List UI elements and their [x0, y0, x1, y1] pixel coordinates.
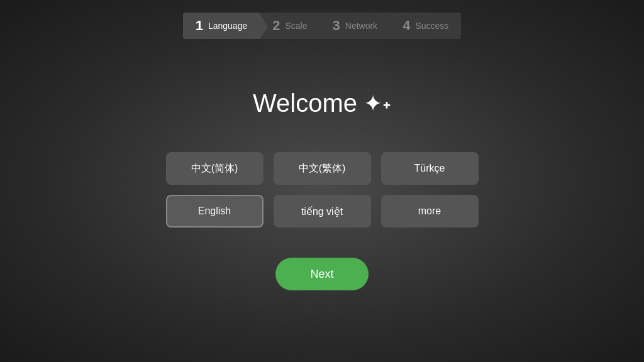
welcome-text: Welcome [253, 89, 357, 118]
step-scale: 2 Scale [260, 13, 319, 39]
step-language: 1 Language [183, 13, 260, 39]
step-4-number: 4 [402, 19, 410, 33]
step-3-number: 3 [333, 19, 340, 33]
lang-btn-en[interactable]: English [166, 195, 264, 228]
next-button[interactable]: Next [275, 258, 369, 290]
sparkle-icon: ✦˖ [364, 90, 391, 117]
lang-btn-tr[interactable]: Türkçe [381, 152, 479, 185]
step-1-number: 1 [196, 19, 203, 33]
step-2-label: Scale [285, 21, 307, 31]
step-4-label: Success [415, 21, 448, 31]
step-1-label: Language [208, 21, 247, 31]
welcome-title: Welcome ✦˖ [253, 89, 391, 118]
language-grid: 中文(简体) 中文(繁体) Türkçe English tiếng việt … [166, 152, 479, 228]
lang-btn-more[interactable]: more [381, 195, 479, 228]
step-3-label: Network [345, 21, 377, 31]
lang-btn-zh-hant[interactable]: 中文(繁体) [274, 152, 371, 185]
step-success: 4 Success [390, 13, 461, 39]
step-network: 3 Network [320, 13, 391, 39]
lang-btn-zh-hans[interactable]: 中文(简体) [166, 152, 264, 185]
stepper: 1 Language 2 Scale 3 Network 4 Success [183, 13, 462, 39]
step-2-number: 2 [272, 19, 280, 33]
lang-btn-vi[interactable]: tiếng việt [274, 195, 371, 228]
